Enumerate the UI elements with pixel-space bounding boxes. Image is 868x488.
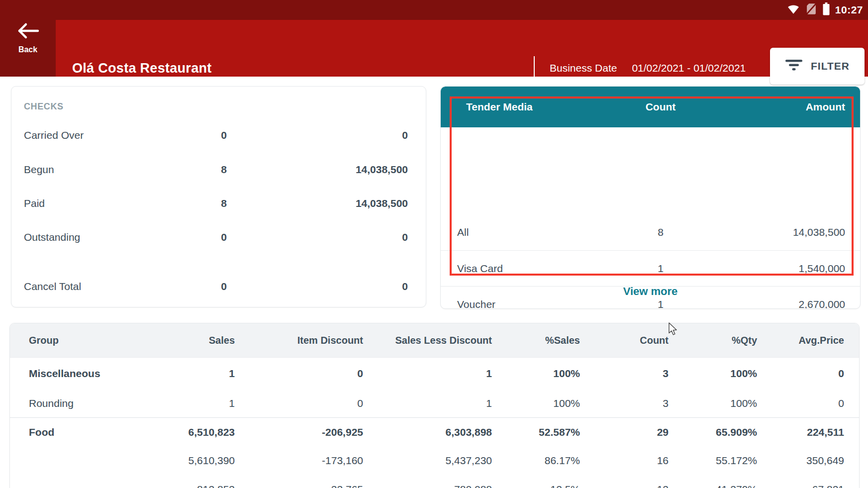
avg-price-cell: 224,511 xyxy=(757,418,859,447)
sales-table-header-row: Group Sales Item Discount Sales Less Dis… xyxy=(10,323,859,358)
checks-row-amount: 0 xyxy=(11,231,408,243)
tender-media-card: Tender Media Count Amount All 8 14,038,5… xyxy=(440,86,861,309)
count-cell: 3 xyxy=(580,390,669,418)
tender-name: All xyxy=(457,214,469,250)
count-cell: 16 xyxy=(580,446,669,475)
avg-price-column-header: Avg.Price xyxy=(757,323,859,358)
percent-qty-cell: 65.909% xyxy=(669,418,757,447)
group-cell xyxy=(10,446,149,475)
status-time: 10:27 xyxy=(835,4,863,16)
sales-group-table-card: Group Sales Item Discount Sales Less Dis… xyxy=(9,323,860,488)
filter-button-label: FILTER xyxy=(811,60,850,72)
percent-qty-cell: 100% xyxy=(669,390,757,418)
avg-price-cell: 350,649 xyxy=(757,446,859,475)
item-discount-cell: -33,765 xyxy=(235,475,363,488)
group-column-header: Group xyxy=(10,323,149,358)
view-more-link[interactable]: View more xyxy=(441,285,860,298)
tender-media-column-header: Tender Media xyxy=(466,87,533,127)
sales-less-discount-cell: 1 xyxy=(363,390,492,418)
group-cell: Food xyxy=(10,418,149,447)
count-cell: 12 xyxy=(580,475,669,488)
percent-sales-cell: 86.17% xyxy=(492,446,580,475)
percent-sales-cell: 100% xyxy=(492,390,580,418)
tender-row-all: All 8 14,038,500 xyxy=(441,214,860,250)
percent-qty-column-header: %Qty xyxy=(669,323,757,358)
sales-cell: 6,510,823 xyxy=(149,418,235,447)
sales-column-header: Sales xyxy=(149,323,235,358)
avg-price-cell: 67,821 xyxy=(757,475,859,488)
checks-row-outstanding: Outstanding 0 0 xyxy=(11,231,426,246)
table-row: 5,610,390 -173,160 5,437,230 86.17% 16 5… xyxy=(10,446,859,475)
avg-price-cell: 0 xyxy=(757,390,859,418)
checks-row-amount: 14,038,500 xyxy=(11,197,408,209)
checks-row-amount: 0 xyxy=(11,281,408,293)
amount-column-header: Amount xyxy=(806,87,845,127)
sales-less-discount-column-header: Sales Less Discount xyxy=(363,323,492,358)
filter-button[interactable]: FILTER xyxy=(770,48,865,85)
tender-count: 1 xyxy=(621,251,700,287)
count-cell: 29 xyxy=(580,418,669,447)
back-arrow-icon xyxy=(16,22,39,41)
checks-row-amount: 0 xyxy=(11,129,408,141)
table-row: Miscellaneous 1 0 1 100% 3 100% 0 xyxy=(10,358,859,390)
item-discount-cell: 0 xyxy=(235,358,363,390)
sales-less-discount-cell: 6,303,898 xyxy=(363,418,492,447)
wifi-icon xyxy=(786,3,800,17)
back-button-label: Back xyxy=(18,45,37,54)
percent-qty-cell: 41.379% xyxy=(669,475,757,488)
percent-qty-cell: 100% xyxy=(669,358,757,390)
table-row: 813,853 -33,765 780,088 12.5% 12 41.379%… xyxy=(10,475,859,488)
battery-icon xyxy=(822,2,830,17)
percent-qty-cell: 55.172% xyxy=(669,446,757,475)
sales-less-discount-cell: 1 xyxy=(363,358,492,390)
checks-row-carried-over: Carried Over 0 0 xyxy=(11,129,426,144)
tender-amount: 14,038,500 xyxy=(793,214,845,250)
item-discount-cell: 0 xyxy=(235,390,363,418)
status-bar: 10:27 xyxy=(0,0,868,20)
sales-cell: 5,610,390 xyxy=(149,446,235,475)
percent-sales-cell: 52.587% xyxy=(492,418,580,447)
sales-cell: 1 xyxy=(149,390,235,418)
back-button[interactable]: Back xyxy=(0,0,56,77)
item-discount-cell: -206,925 xyxy=(235,418,363,447)
sales-group-table: Group Sales Item Discount Sales Less Dis… xyxy=(10,323,859,488)
tender-amount: 1,540,000 xyxy=(799,251,845,287)
table-row: Food 6,510,823 -206,925 6,303,898 52.587… xyxy=(10,418,859,447)
checks-card-title: CHECKS xyxy=(24,101,64,112)
business-date-label: Business Date xyxy=(550,62,617,74)
sales-cell: 813,853 xyxy=(149,475,235,488)
business-date-range[interactable]: 01/02/2021 - 01/02/2021 xyxy=(632,62,746,74)
percent-sales-cell: 100% xyxy=(492,358,580,390)
group-cell: Rounding xyxy=(10,390,149,418)
checks-card: CHECKS Carried Over 0 0 Begun 8 14,038,5… xyxy=(11,86,426,307)
filter-icon xyxy=(785,59,803,74)
count-column-header: Count xyxy=(580,323,669,358)
checks-row-cancel-total: Cancel Total 0 0 xyxy=(11,281,426,295)
checks-row-begun: Begun 8 14,038,500 xyxy=(11,164,426,179)
item-discount-column-header: Item Discount xyxy=(235,323,363,358)
tender-count: 8 xyxy=(621,214,700,250)
status-icons: 10:27 xyxy=(786,0,863,20)
sales-cell: 1 xyxy=(149,358,235,390)
group-cell xyxy=(10,475,149,488)
header-divider xyxy=(534,56,535,80)
tender-name: Visa Card xyxy=(457,251,503,287)
group-cell: Miscellaneous xyxy=(10,358,149,390)
item-discount-cell: -173,160 xyxy=(235,446,363,475)
app-header: Olá Costa Restaurant Business Date 01/02… xyxy=(0,20,868,77)
count-column-header: Count xyxy=(621,87,700,127)
percent-sales-cell: 12.5% xyxy=(492,475,580,488)
tender-row-visa-card: Visa Card 1 1,540,000 xyxy=(441,250,860,287)
percent-sales-column-header: %Sales xyxy=(492,323,580,358)
table-row: Rounding 1 0 1 100% 3 100% 0 xyxy=(10,390,859,418)
sim-card-off-icon xyxy=(805,2,817,17)
tender-media-header-row: Tender Media Count Amount xyxy=(441,87,860,127)
avg-price-cell: 0 xyxy=(757,358,859,390)
sales-less-discount-cell: 780,088 xyxy=(363,475,492,488)
checks-row-paid: Paid 8 14,038,500 xyxy=(11,197,426,212)
sales-less-discount-cell: 5,437,230 xyxy=(363,446,492,475)
screen: 10:27 Olá Costa Restaurant Business Date… xyxy=(0,0,868,488)
checks-row-amount: 14,038,500 xyxy=(11,164,408,176)
count-cell: 3 xyxy=(580,358,669,390)
